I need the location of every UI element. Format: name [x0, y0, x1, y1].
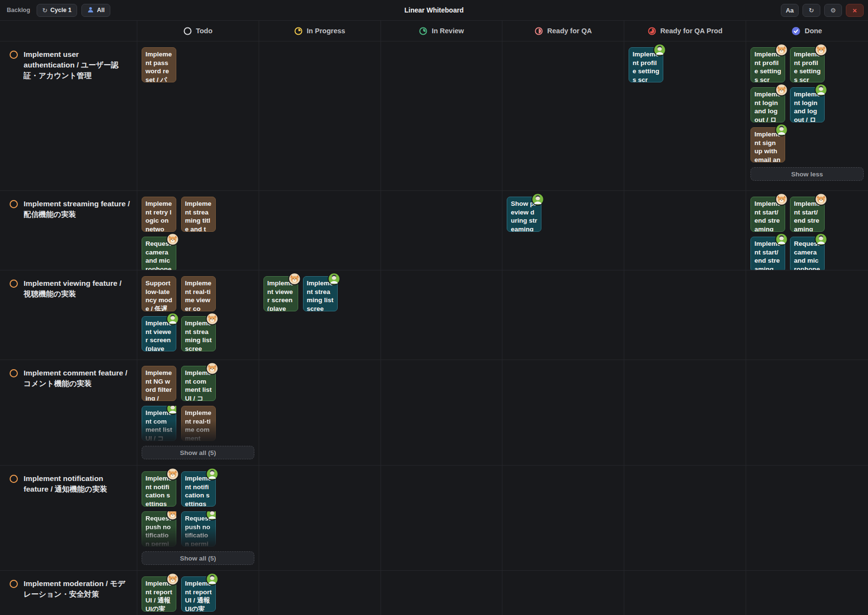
person-avatar-icon: [206, 508, 219, 521]
card[interactable]: Implement comment list UI / コ: [181, 366, 216, 401]
board-cell-done: Implement start/end streamingImplement s…: [746, 191, 868, 270]
card-group: Implement report UI / 通報UIの実Implement re…: [142, 576, 216, 612]
fox-avatar-icon: [288, 272, 301, 285]
kanban-board: TodoIn ProgressIn ReviewReady for QARead…: [0, 20, 868, 615]
person-avatar-icon: [166, 402, 179, 415]
swimlane: Implement comment feature / コメント機能の実装Imp…: [0, 360, 868, 466]
show-all-button[interactable]: Show all (5): [142, 551, 254, 565]
column-header-row: TodoIn ProgressIn ReviewReady for QARead…: [0, 21, 868, 41]
show-less-button[interactable]: Show less: [750, 167, 864, 181]
board-cell-todo: Implement notification settingsImplement…: [137, 466, 259, 570]
fox-avatar-icon: [775, 43, 788, 56]
person-avatar-icon: [775, 233, 788, 246]
close-button[interactable]: ×: [846, 4, 864, 17]
fox-avatar-icon: [166, 468, 179, 481]
card[interactable]: Support low-latency mode / 低遅: [142, 276, 176, 311]
column-header-todo: Todo: [137, 21, 259, 41]
font-size-button[interactable]: Aa: [781, 4, 799, 17]
card[interactable]: Request push notification permi: [142, 511, 176, 547]
fox-avatar-icon: [775, 83, 788, 96]
card[interactable]: Request camera and microphone: [790, 237, 825, 270]
card[interactable]: Implement profile settings scr: [790, 47, 825, 82]
board-cell-in-progress: [259, 41, 381, 190]
column-header-label: Ready for QA: [547, 27, 592, 35]
person-avatar-icon: [166, 312, 179, 325]
person-avatar-icon: [531, 193, 544, 206]
card-body: Implement retry logic on netwo: [142, 197, 176, 232]
card-body: Implement streaming title and t: [181, 197, 216, 232]
card[interactable]: Implement report UI / 通報UIの実: [142, 576, 176, 612]
board-cell-ready-qa: [502, 466, 624, 570]
board-cell-in-progress: [259, 571, 381, 615]
swimlane: Implement user authentication / ユーザー認証・ア…: [0, 41, 868, 191]
card-group: Implement profile settings scr: [629, 47, 703, 82]
board-cell-done: Implement profile settings scrImplement …: [746, 41, 868, 190]
card[interactable]: Implement NG word filtering /: [142, 366, 176, 401]
board-cell-todo: Implement NG word filtering /Implement c…: [137, 360, 259, 465]
status-done-icon: [792, 27, 800, 35]
status-in-review-icon: [419, 27, 427, 35]
card[interactable]: Request push notification permi: [181, 511, 216, 547]
fox-avatar-icon: [815, 193, 828, 206]
column-header-ready-qa: Ready for QA: [502, 21, 624, 41]
card[interactable]: Implement login and logout / ロ: [790, 87, 825, 122]
card[interactable]: Implement streaming list scree: [181, 316, 216, 351]
swimlane-label-cell: Implement moderation / モデレーション・安全対策: [0, 571, 137, 615]
card[interactable]: Implement start/end streaming: [750, 197, 785, 232]
card[interactable]: Implement profile settings scr: [750, 47, 785, 82]
card[interactable]: Implement report UI / 通報UIの実: [181, 576, 216, 612]
board-cell-ready-qa-prod: [624, 270, 746, 360]
board-cell-done: [746, 466, 868, 570]
card[interactable]: Implement login and logout / ロ: [750, 87, 785, 122]
card[interactable]: Implement comment list UI / コ: [142, 406, 176, 441]
column-header-in-progress: In Progress: [259, 21, 381, 41]
card[interactable]: Implement retry logic on netwo: [142, 197, 176, 232]
card[interactable]: Implement viewer screen (playe: [263, 276, 298, 311]
fox-avatar-icon: [775, 193, 788, 206]
card[interactable]: Implement streaming title and t: [181, 197, 216, 232]
column-header-in-review: In Review: [381, 21, 503, 41]
board-cell-ready-qa: [502, 270, 624, 360]
card-text: Implement streaming title and t: [185, 200, 211, 232]
card-body: Implement real-time viewer co: [181, 276, 216, 311]
column-header-label: Todo: [196, 27, 212, 35]
board-cell-todo: Implement password reset / パ: [137, 41, 259, 190]
board-cell-in-review: [381, 466, 503, 570]
card[interactable]: Implement notification settings: [181, 471, 216, 507]
person-avatar-icon: [815, 83, 828, 96]
card-text: Implement password reset / パ: [145, 51, 172, 82]
card[interactable]: Implement password reset / パ: [142, 47, 176, 82]
card-body: Implement password reset / パ: [142, 47, 176, 82]
card-group: Implement notification settingsImplement…: [142, 471, 216, 547]
cycle-icon: ↻: [42, 7, 48, 14]
card[interactable]: Implement notification settings: [142, 471, 176, 507]
header-corner: [0, 21, 137, 41]
card[interactable]: Request camera and microphone: [142, 237, 176, 270]
card[interactable]: Implement start/end streaming: [750, 237, 785, 270]
card[interactable]: Implement real-time comment: [181, 406, 216, 441]
column-header-label: Ready for QA Prod: [660, 27, 723, 35]
page-title: Linear Whiteboard: [405, 6, 464, 14]
card[interactable]: Implement streaming list scree: [303, 276, 338, 311]
swimlane-status-icon: [10, 369, 18, 377]
settings-button[interactable]: ⚙: [824, 4, 842, 17]
card[interactable]: Implement profile settings scr: [629, 47, 663, 82]
card[interactable]: Implement viewer screen (playe: [142, 316, 176, 351]
cycle-filter-button[interactable]: ↻ Cycle 1: [37, 4, 78, 17]
swimlane-label-cell: Implement streaming feature / 配信機能の実装: [0, 191, 137, 270]
card[interactable]: Implement real-time viewer co: [181, 276, 216, 311]
board-cell-done: [746, 360, 868, 465]
assignee-filter-button[interactable]: All: [81, 4, 110, 17]
status-in-progress-icon: [294, 27, 302, 35]
column-header-done: Done: [746, 21, 868, 41]
card-group: Implement start/end streamingImplement s…: [750, 197, 825, 270]
swimlane-status-icon: [10, 580, 18, 588]
swimlane-title: Implement user authentication / ユーザー認証・ア…: [24, 49, 130, 186]
swimlane-status-icon: [10, 51, 18, 59]
show-all-button[interactable]: Show all (5): [142, 446, 254, 459]
person-avatar-icon: [775, 123, 788, 136]
card[interactable]: Show preview during streaming: [507, 197, 541, 232]
card[interactable]: Implement start/end streaming: [790, 197, 825, 232]
reload-button[interactable]: ↻: [802, 4, 820, 17]
card[interactable]: Implement sign up with email an: [750, 127, 785, 162]
